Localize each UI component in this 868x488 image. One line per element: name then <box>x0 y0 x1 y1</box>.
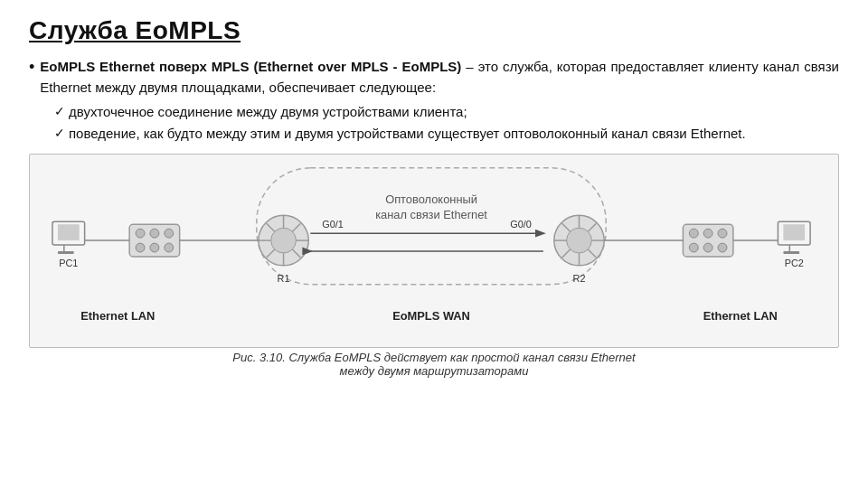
svg-text:PC1: PC1 <box>59 257 78 267</box>
svg-text:R1: R1 <box>278 272 290 283</box>
check-item-1: ✓ двухточечное соединение между двумя ус… <box>54 102 839 123</box>
svg-rect-0 <box>257 167 606 284</box>
check-list: ✓ двухточечное соединение между двумя ус… <box>54 102 839 145</box>
caption-line1: Рис. 3.10. Служба EoMPLS действует как п… <box>29 351 839 364</box>
svg-point-10 <box>150 229 159 238</box>
checkmark-1: ✓ <box>54 102 65 121</box>
svg-point-14 <box>165 243 174 252</box>
check-item-2: ✓ поведение, как будто между этим и двум… <box>54 124 839 145</box>
check-text-2: поведение, как будто между этим и двумя … <box>69 124 746 145</box>
svg-point-16 <box>271 228 297 253</box>
svg-text:EoMPLS WAN: EoMPLS WAN <box>392 309 470 323</box>
svg-point-47 <box>718 243 727 252</box>
svg-rect-6 <box>58 250 74 253</box>
svg-point-45 <box>689 243 698 252</box>
caption-line2: между двумя маршрутизаторами <box>29 364 839 378</box>
svg-text:Ethernet LAN: Ethernet LAN <box>703 309 778 323</box>
svg-point-31 <box>567 228 592 253</box>
svg-point-43 <box>703 229 712 238</box>
main-content: • EoMPLS Ethernet поверх MPLS (Ethernet … <box>29 56 839 145</box>
svg-text:PC2: PC2 <box>785 257 804 267</box>
diagram-svg: Оптоволоконный канал связи Ethernet PC1 … <box>30 155 838 347</box>
svg-point-11 <box>165 229 174 238</box>
svg-rect-49 <box>783 224 805 240</box>
svg-text:G0/1: G0/1 <box>322 219 344 230</box>
svg-text:канал связи Ethernet: канал связи Ethernet <box>375 208 487 221</box>
svg-point-12 <box>136 243 145 252</box>
caption: Рис. 3.10. Служба EoMPLS действует как п… <box>29 351 839 378</box>
svg-text:R2: R2 <box>573 272 586 283</box>
svg-text:Оптоволоконный: Оптоволоконный <box>385 192 477 206</box>
page-title: Служба EoMPLS <box>29 16 839 45</box>
checkmark-2: ✓ <box>54 124 65 143</box>
svg-text:Ethernet LAN: Ethernet LAN <box>80 309 155 323</box>
bullet-symbol: • <box>29 56 34 79</box>
svg-point-13 <box>150 243 159 252</box>
svg-point-42 <box>689 229 698 238</box>
svg-point-9 <box>136 229 145 238</box>
check-text-1: двухточечное соединение между двумя устр… <box>69 102 467 123</box>
svg-text:G0/0: G0/0 <box>510 219 532 230</box>
svg-rect-51 <box>783 250 799 253</box>
bullet-text: EoMPLS Ethernet поверх MPLS (Ethernet ov… <box>40 56 839 99</box>
main-bullet: • EoMPLS Ethernet поверх MPLS (Ethernet … <box>29 56 839 99</box>
svg-rect-4 <box>58 224 80 240</box>
svg-point-44 <box>718 229 727 238</box>
svg-point-46 <box>703 243 712 252</box>
network-diagram: Оптоволоконный канал связи Ethernet PC1 … <box>29 154 839 348</box>
bold-prefix: EoMPLS Ethernet поверх MPLS (Ethernet ov… <box>40 59 461 74</box>
